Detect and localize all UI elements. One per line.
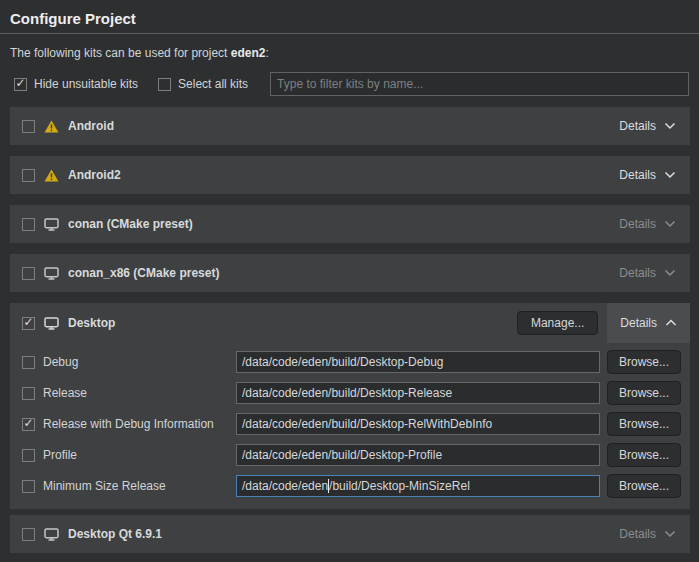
browse-button[interactable]: Browse... [607,412,681,436]
warning-icon [44,169,59,182]
kit-name: Android [68,119,114,133]
build-label: Profile [43,448,77,462]
build-label: Debug [43,355,78,369]
build-row-profile: Profile Browse... [22,443,681,467]
build-label: Minimum Size Release [43,479,166,493]
kit-name: Android2 [68,168,121,182]
desktop-icon [44,267,59,280]
build-label: Release with Debug Information [43,417,214,431]
build-debug-checkbox[interactable] [22,356,35,369]
build-row-relwithdebinfo: ✓ Release with Debug Information Browse.… [22,412,681,436]
chevron-down-icon [664,269,676,277]
build-row-minsizerel: Minimum Size Release /data/code/eden/bui… [22,474,681,498]
kit-conan-checkbox[interactable] [22,218,35,231]
build-release-checkbox[interactable] [22,387,35,400]
details-button-conan-x86[interactable]: Details [619,266,676,280]
kit-name: conan (CMake preset) [68,217,193,231]
kit-android-checkbox[interactable] [22,120,35,133]
browse-button[interactable]: Browse... [607,350,681,374]
page-header: Configure Project [0,0,699,34]
kit-row-android: Android Details [10,107,690,145]
kit-panel-desktop: ✓ Desktop Manage... Details Debug Browse… [10,303,690,509]
build-minsizerel-checkbox[interactable] [22,480,35,493]
warning-icon [44,120,59,133]
hide-unsuitable-kits-checkbox[interactable]: ✓ [14,78,27,91]
details-button-desktop[interactable]: Details [607,303,690,343]
kit-desktop-checkbox[interactable]: ✓ [22,317,35,330]
kit-row-android2: Android2 Details [10,156,690,194]
hide-unsuitable-kits-label: Hide unsuitable kits [34,77,138,91]
build-release-path-input[interactable] [236,382,600,404]
details-button-desktop-qt[interactable]: Details [619,527,676,541]
build-label: Release [43,386,87,400]
build-relwithdebinfo-path-input[interactable] [236,413,600,435]
check-icon: ✓ [15,77,25,89]
hide-unsuitable-kits-checkbox-group[interactable]: ✓ Hide unsuitable kits [14,77,138,91]
kit-list: Android Details Android2 Details conan (… [0,107,699,553]
kit-desktop-qt-checkbox[interactable] [22,528,35,541]
manage-button[interactable]: Manage... [517,311,598,335]
kit-android2-checkbox[interactable] [22,169,35,182]
project-name: eden2 [231,46,266,60]
build-minsizerel-path-input[interactable]: /data/code/eden/build/Desktop-MinSizeRel [236,475,600,497]
chevron-up-icon [665,319,677,327]
select-all-kits-checkbox[interactable] [158,78,171,91]
controls-row: ✓ Hide unsuitable kits Select all kits [14,72,689,96]
kit-name: Desktop Qt 6.9.1 [68,527,162,541]
build-relwithdebinfo-checkbox[interactable]: ✓ [22,418,35,431]
select-all-kits-label: Select all kits [178,77,248,91]
kit-row-conan: conan (CMake preset) Details [10,205,690,243]
kit-row-desktop: ✓ Desktop Manage... Details [10,303,690,343]
kit-conan-x86-checkbox[interactable] [22,267,35,280]
kit-name: Desktop [68,316,115,330]
page-title: Configure Project [10,10,689,27]
browse-button[interactable]: Browse... [607,381,681,405]
chevron-down-icon [664,220,676,228]
kit-name: conan_x86 (CMake preset) [68,266,219,280]
build-debug-path-input[interactable] [236,351,600,373]
chevron-down-icon [664,122,676,130]
details-button-android[interactable]: Details [619,119,676,133]
check-icon: ✓ [23,417,33,429]
desktop-icon [44,528,59,541]
chevron-down-icon [664,530,676,538]
intro-text: The following kits can be used for proje… [10,46,689,60]
chevron-down-icon [664,171,676,179]
browse-button[interactable]: Browse... [607,443,681,467]
select-all-kits-checkbox-group[interactable]: Select all kits [158,77,248,91]
check-icon: ✓ [23,316,33,328]
build-profile-path-input[interactable] [236,444,600,466]
details-button-android2[interactable]: Details [619,168,676,182]
desktop-icon [44,317,59,330]
browse-button[interactable]: Browse... [607,474,681,498]
kit-row-conan-x86: conan_x86 (CMake preset) Details [10,254,690,292]
details-button-conan[interactable]: Details [619,217,676,231]
kit-row-desktop-qt: Desktop Qt 6.9.1 Details [10,515,690,553]
build-profile-checkbox[interactable] [22,449,35,462]
desktop-icon [44,218,59,231]
build-row-release: Release Browse... [22,381,681,405]
kit-filter-input[interactable] [270,72,689,96]
build-row-debug: Debug Browse... [22,350,681,374]
